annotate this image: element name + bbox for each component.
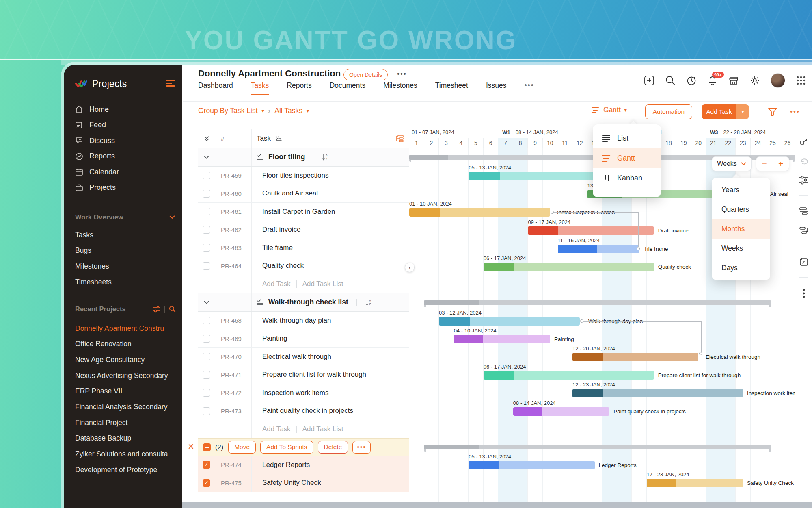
add-task-button[interactable]: Add Task ▾ <box>702 104 749 119</box>
search-projects-icon[interactable] <box>169 306 176 313</box>
add-task-list-link[interactable]: Add Task List <box>302 425 343 433</box>
recent-project-item[interactable]: ERP Phase VII <box>75 385 179 397</box>
delete-button[interactable]: Delete <box>318 441 348 454</box>
task-name[interactable]: Safety Unity Check <box>252 479 409 487</box>
task-name[interactable]: Inspection work items <box>252 389 409 397</box>
recent-project-item[interactable]: Donnelly Apartment Constru <box>75 322 179 334</box>
task-name[interactable]: Prepare client list for walk through <box>252 371 409 379</box>
row-checkbox[interactable] <box>203 317 210 324</box>
sidebar-item-calendar[interactable]: Calendar <box>75 165 177 178</box>
gantt-bar-electrical-walk-through[interactable] <box>572 353 698 361</box>
recent-project-item[interactable]: Financial Project <box>75 417 179 429</box>
add-task-link[interactable]: Add Task <box>262 425 291 433</box>
row-checkbox[interactable] <box>203 226 210 234</box>
table-row[interactable]: PR-462Draft invoice <box>198 221 409 239</box>
table-row[interactable]: PR-473Paint quality check in projects <box>198 402 409 421</box>
task-name[interactable]: Install Carpet in Garden <box>252 208 409 216</box>
gantt-bar-prepare-client-list-for-walk-through[interactable] <box>484 371 654 380</box>
timescale-option-days[interactable]: Days <box>712 258 770 278</box>
sort-az-icon[interactable]: AZ <box>322 154 329 161</box>
row-checkbox[interactable] <box>203 461 210 469</box>
tab-documents[interactable]: Documents <box>330 81 366 94</box>
table-row[interactable]: PR-471Prepare client list for walk throu… <box>198 366 409 384</box>
row-checkbox[interactable] <box>203 244 210 252</box>
zoom-out-button[interactable]: − <box>756 159 773 169</box>
all-tasks-dropdown[interactable]: All Tasks <box>274 106 302 115</box>
task-group-header[interactable]: Walk-through check listAZ <box>198 293 409 312</box>
filter-funnel-icon[interactable] <box>767 106 778 117</box>
marketplace-icon[interactable] <box>728 75 739 86</box>
task-name[interactable]: Walk-through day plan <box>252 317 409 325</box>
row-checkbox[interactable] <box>203 335 210 343</box>
recent-project-item[interactable]: Database Backup <box>75 432 179 445</box>
gantt-bar-paint-quality-check-in-projects[interactable] <box>513 407 609 416</box>
sidebar-collapse-icon[interactable] <box>166 80 175 87</box>
task-name[interactable]: Quality check <box>252 262 409 270</box>
sidebar-item-discuss[interactable]: Discuss <box>75 134 177 147</box>
sidebar-item-milestones[interactable]: Milestones <box>75 261 179 273</box>
settings-gear-icon[interactable] <box>749 75 760 86</box>
more-vertical-icon[interactable] <box>803 289 805 298</box>
recent-project-item[interactable]: Nexus Advertising Secondary <box>75 369 179 382</box>
recent-project-item[interactable]: Office Renovation <box>75 338 179 350</box>
gantt-bar-inspection-work-items[interactable] <box>572 389 743 397</box>
expand-all-icon[interactable] <box>198 129 215 148</box>
table-row[interactable]: PR-461Install Carpet in Garden <box>198 203 409 221</box>
gantt-bar-floor-tiles-inspections[interactable] <box>469 172 594 180</box>
sidebar-item-projects[interactable]: Projects <box>75 181 177 194</box>
view-menu-item-gantt[interactable]: Gantt <box>593 148 661 168</box>
table-row[interactable]: PR-464Quality check <box>198 257 409 276</box>
table-row[interactable]: PR-463Tile frame <box>198 239 409 257</box>
move-button[interactable]: Move <box>228 441 256 454</box>
row-checkbox[interactable] <box>203 262 210 270</box>
view-selector-button[interactable]: Gantt ▾ <box>591 106 627 114</box>
table-row[interactable]: PR-474Ledger Reports <box>198 456 409 474</box>
row-checkbox[interactable] <box>203 190 210 198</box>
table-row[interactable]: PR-460Caulk and Air seal <box>198 185 409 203</box>
task-group-header[interactable]: Floor tilingAZ <box>198 148 409 167</box>
timer-icon[interactable] <box>686 75 697 86</box>
table-row[interactable]: PR-472Inspection work items <box>198 384 409 402</box>
collapse-group-icon[interactable] <box>198 293 215 311</box>
subtask-tree-icon[interactable] <box>395 135 404 143</box>
gantt-bar-safety-unity-check[interactable] <box>647 479 743 487</box>
group-summary-bar[interactable] <box>424 445 771 449</box>
row-checkbox[interactable] <box>203 389 210 397</box>
critical-path-icon[interactable] <box>799 226 809 235</box>
row-checkbox[interactable] <box>203 208 210 215</box>
select-all-checkbox[interactable] <box>203 443 211 451</box>
add-to-sprints-button[interactable]: Add To Sprints <box>260 441 313 454</box>
view-settings-sliders-icon[interactable] <box>799 176 809 185</box>
sort-az-icon[interactable]: AZ <box>365 299 372 306</box>
collapse-table-handle[interactable]: ‹ <box>405 263 415 272</box>
table-row[interactable]: PR-469Painting <box>198 330 409 348</box>
calendar-edit-icon[interactable] <box>799 257 808 266</box>
timescale-option-quarters[interactable]: Quarters <box>712 200 770 219</box>
selection-close-icon[interactable]: ✕ <box>188 442 194 452</box>
view-menu-item-list[interactable]: List <box>593 128 661 148</box>
gantt-bar-install-carpet-in-garden[interactable] <box>409 208 550 217</box>
table-row[interactable]: PR-459Floor tiles inspections <box>198 167 409 185</box>
row-checkbox[interactable] <box>203 172 210 179</box>
add-task-list-link[interactable]: Add Task List <box>302 280 343 288</box>
table-row[interactable]: PR-475Safety Unity Check <box>198 474 409 493</box>
gantt-bar-quality-check[interactable] <box>484 263 654 271</box>
sidebar-item-feed[interactable]: Feed <box>75 119 177 132</box>
timescale-option-weeks[interactable]: Weeks <box>712 239 770 258</box>
group-summary-bar[interactable] <box>424 300 771 305</box>
table-row[interactable]: PR-468Walk-through day plan <box>198 312 409 330</box>
toolbar-more-icon[interactable]: ••• <box>790 108 800 116</box>
gantt-bar-walk-through-day-plan[interactable] <box>439 317 580 326</box>
work-overview-header[interactable]: Work Overview <box>75 213 177 221</box>
gantt-bar-tile-frame[interactable] <box>558 245 639 253</box>
tab-issues[interactable]: Issues <box>486 81 507 94</box>
tab-dashboard[interactable]: Dashboard <box>198 81 233 94</box>
tab-reports[interactable]: Reports <box>287 81 311 94</box>
group-by-dropdown[interactable]: Group By Task List <box>198 106 258 115</box>
baseline-rows-icon[interactable] <box>799 207 809 215</box>
task-name[interactable]: Paint quality check in projects <box>252 407 409 415</box>
timescale-option-years[interactable]: Years <box>712 180 770 200</box>
recent-project-item[interactable]: Financial Analysis Secondary <box>75 401 179 413</box>
row-checkbox[interactable] <box>203 371 210 379</box>
recent-project-item[interactable]: Development of Prototype <box>75 464 179 476</box>
